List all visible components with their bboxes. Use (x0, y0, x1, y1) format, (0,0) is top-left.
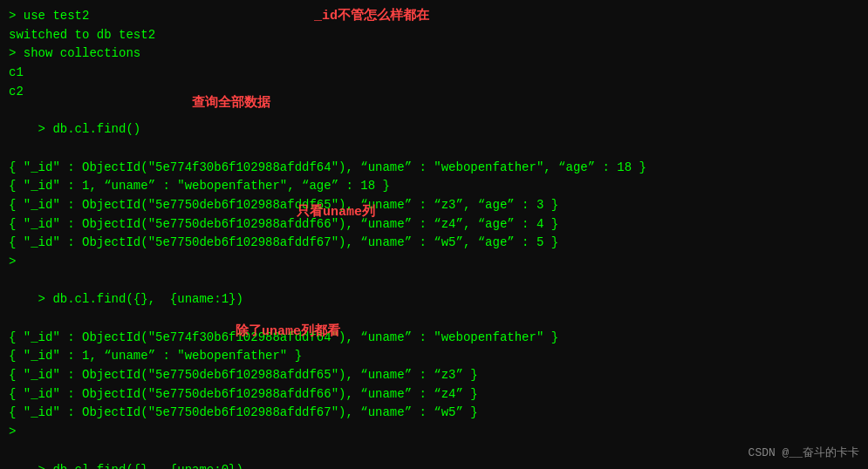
line-10: { "_id" : ObjectId("5e7750deb6f102988afd… (9, 215, 859, 234)
terminal: _id不管怎么样都在 查询全部数据 只看uname列 除了uname列都看 > … (0, 0, 868, 469)
line-3: > show collections (9, 44, 859, 64)
line-18: { "_id" : ObjectId("5e7750deb6f102988afd… (9, 404, 859, 423)
line-16: { "_id" : ObjectId("5e7750deb6f102988afd… (9, 366, 859, 385)
line-14: { "_id" : ObjectId("5e774f30b6f102988afd… (9, 329, 859, 348)
line-5: c2 (9, 83, 859, 102)
line-19: > (9, 423, 859, 442)
line-1: > use test2 (9, 7, 859, 26)
annotation-3: 只看uname列 (297, 203, 375, 220)
line-4: c1 (9, 64, 859, 83)
annotation-4: 除了uname列都看 (236, 323, 340, 339)
line-12: > (9, 253, 859, 272)
watermark: CSDN @__奋斗的卡卡 (748, 445, 859, 460)
annotation-1: _id不管怎么样都在 (314, 7, 429, 24)
line-7: { "_id" : ObjectId("5e774f30b6f102988afd… (9, 159, 859, 178)
line-13: > db.cl.find({}, {uname:1}) (9, 272, 859, 329)
line-2: switched to db test2 (9, 26, 859, 45)
line-9: { "_id" : ObjectId("5e7750deb6f102988afd… (9, 196, 859, 215)
annotation-2: 查询全部数据 (192, 94, 270, 111)
line-20: > db.cl.find({}, {uname:0}) (9, 442, 859, 469)
line-8: { "_id" : 1, “uname” : "webopenfather", … (9, 177, 859, 196)
line-6: > db.cl.find() (9, 101, 859, 158)
line-15: { "_id" : 1, “uname” : "webopenfather" } (9, 347, 859, 366)
line-17: { "_id" : ObjectId("5e7750deb6f102988afd… (9, 385, 859, 404)
line-11: { "_id" : ObjectId("5e7750deb6f102988afd… (9, 234, 859, 253)
